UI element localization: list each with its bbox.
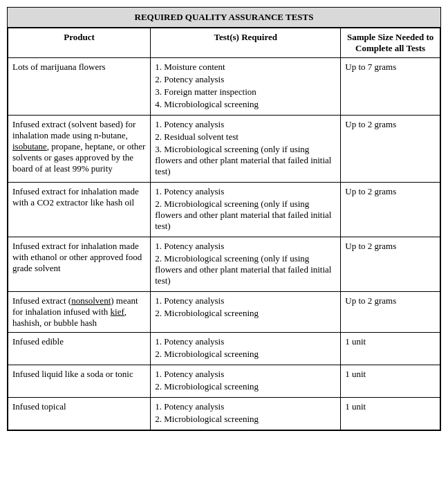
product-cell: Lots of marijuana flowers bbox=[8, 58, 151, 116]
sample-cell: Up to 7 grams bbox=[341, 58, 440, 116]
table-row: Lots of marijuana flowers1. Moisture con… bbox=[8, 58, 440, 116]
product-cell: Infused extract for inhalation made with… bbox=[8, 237, 151, 292]
quality-assurance-table: REQUIRED QUALITY ASSURANCE TESTS Product… bbox=[7, 7, 441, 431]
test-item: 1. Moisture content bbox=[155, 62, 336, 73]
table-row: Infused extract for inhalation made with… bbox=[8, 237, 440, 292]
test-item: 1. Potency analysis bbox=[155, 241, 336, 252]
test-item: 2. Microbiological screening (only if us… bbox=[155, 199, 336, 232]
table-row: Infused extract (nonsolvent) meant for i… bbox=[8, 292, 440, 333]
header-tests: Test(s) Required bbox=[151, 28, 341, 58]
table-row: Infused extract for inhalation made with… bbox=[8, 183, 440, 237]
test-item: 2. Microbiological screening bbox=[155, 349, 336, 360]
tests-cell: 1. Potency analysis2. Microbiological sc… bbox=[151, 292, 341, 333]
test-item: 2. Microbiological screening bbox=[155, 381, 336, 392]
sample-cell: 1 unit bbox=[341, 365, 440, 398]
test-item: 4. Microbiological screening bbox=[155, 99, 336, 110]
sample-cell: 1 unit bbox=[341, 398, 440, 430]
test-item: 2. Microbiological screening bbox=[155, 414, 336, 425]
sample-cell: 1 unit bbox=[341, 333, 440, 365]
header-row: Product Test(s) Required Sample Size Nee… bbox=[8, 28, 440, 58]
test-item: 2. Microbiological screening bbox=[155, 308, 336, 319]
tests-cell: 1. Potency analysis2. Residual solvent t… bbox=[151, 116, 341, 183]
test-item: 1. Potency analysis bbox=[155, 295, 336, 306]
product-cell: Infused extract (nonsolvent) meant for i… bbox=[8, 292, 151, 333]
test-item: 3. Foreign matter inspection bbox=[155, 86, 336, 98]
product-cell: Infused extract (solvent based) for inha… bbox=[8, 116, 151, 183]
product-cell: Infused edible bbox=[8, 333, 151, 365]
test-item: 2. Microbiological screening (only if us… bbox=[155, 253, 336, 286]
table-row: Infused edible1. Potency analysis2. Micr… bbox=[8, 333, 440, 365]
product-cell: Infused topical bbox=[8, 398, 151, 430]
tests-cell: 1. Moisture content2. Potency analysis3.… bbox=[151, 58, 341, 116]
tests-cell: 1. Potency analysis2. Microbiological sc… bbox=[151, 333, 341, 365]
test-item: 2. Potency analysis bbox=[155, 74, 336, 85]
table-title: REQUIRED QUALITY ASSURANCE TESTS bbox=[8, 8, 440, 28]
test-item: 1. Potency analysis bbox=[155, 369, 336, 380]
tests-cell: 1. Potency analysis2. Microbiological sc… bbox=[151, 365, 341, 398]
table-row: Infused liquid like a soda or tonic1. Po… bbox=[8, 365, 440, 398]
sample-cell: Up to 2 grams bbox=[341, 116, 440, 183]
tests-cell: 1. Potency analysis2. Microbiological sc… bbox=[151, 398, 341, 430]
sample-cell: Up to 2 grams bbox=[341, 237, 440, 292]
table-row: Infused extract (solvent based) for inha… bbox=[8, 116, 440, 183]
sample-cell: Up to 2 grams bbox=[341, 183, 440, 237]
product-cell: Infused extract for inhalation made with… bbox=[8, 183, 151, 237]
header-sample: Sample Size Needed to Complete all Tests bbox=[341, 28, 440, 58]
test-item: 1. Potency analysis bbox=[155, 336, 336, 347]
test-item: 1. Potency analysis bbox=[155, 401, 336, 412]
tests-cell: 1. Potency analysis2. Microbiological sc… bbox=[151, 183, 341, 237]
product-cell: Infused liquid like a soda or tonic bbox=[8, 365, 151, 398]
sample-cell: Up to 2 grams bbox=[341, 292, 440, 333]
table-row: Infused topical1. Potency analysis2. Mic… bbox=[8, 398, 440, 430]
test-item: 1. Potency analysis bbox=[155, 186, 336, 197]
tests-cell: 1. Potency analysis2. Microbiological sc… bbox=[151, 237, 341, 292]
test-item: 1. Potency analysis bbox=[155, 119, 336, 130]
header-product: Product bbox=[8, 28, 151, 58]
test-item: 2. Residual solvent test bbox=[155, 131, 336, 143]
test-item: 3. Microbiological screening (only if us… bbox=[155, 144, 336, 177]
